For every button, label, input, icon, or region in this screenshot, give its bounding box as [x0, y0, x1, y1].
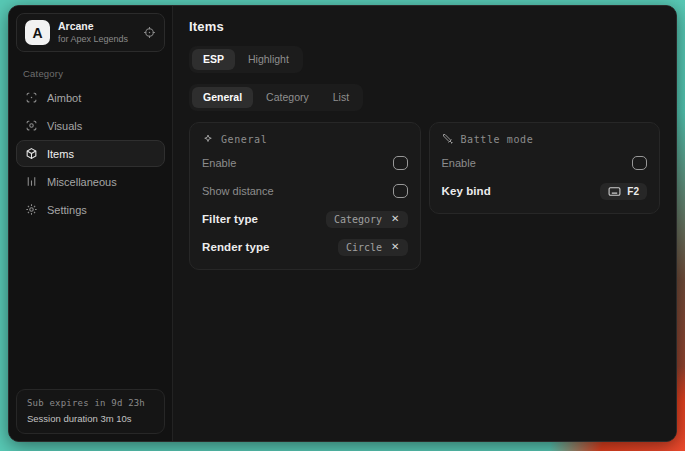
- sidebar-item-visuals[interactable]: Visuals: [16, 112, 165, 139]
- setting-row-enable: Enable: [442, 153, 648, 173]
- subscription-card: Sub expires in 9d 23h Session duration 3…: [16, 389, 165, 434]
- clear-icon[interactable]: ✕: [391, 214, 399, 224]
- sidebar-item-items[interactable]: Items: [16, 140, 165, 167]
- setting-row-render-type: Render type Circle ✕: [202, 237, 408, 257]
- scan-eye-icon: [25, 119, 38, 132]
- app-logo: A: [25, 20, 50, 45]
- columns-icon: [25, 175, 38, 188]
- tab-category[interactable]: Category: [255, 87, 320, 108]
- main-content: Items ESP Highlight General Category Lis…: [173, 6, 676, 441]
- keybind-button[interactable]: F2: [600, 183, 647, 200]
- sword-icon: [442, 133, 454, 145]
- target-icon[interactable]: [143, 26, 156, 39]
- mode-tabbar: ESP Highlight: [189, 46, 303, 73]
- app-subtitle: for Apex Legends: [58, 33, 135, 45]
- show-distance-checkbox[interactable]: [393, 184, 408, 198]
- tab-list[interactable]: List: [322, 87, 360, 108]
- sidebar-item-miscellaneous[interactable]: Miscellaneous: [16, 168, 165, 195]
- tab-highlight[interactable]: Highlight: [237, 49, 300, 70]
- tab-esp[interactable]: ESP: [192, 49, 235, 70]
- sidebar-item-label: Aimbot: [47, 92, 81, 104]
- panel-title: Battle mode: [461, 134, 534, 145]
- sidebar-item-label: Visuals: [47, 120, 82, 132]
- setting-row-show-distance: Show distance: [202, 181, 408, 201]
- filter-type-select[interactable]: Category ✕: [326, 211, 408, 228]
- setting-row-enable: Enable: [202, 153, 408, 173]
- keybind-value: F2: [627, 186, 639, 197]
- render-type-select[interactable]: Circle ✕: [338, 239, 408, 256]
- panels-row: General Enable Show distance Filter type…: [189, 122, 660, 270]
- sidebar-nav: Aimbot Visuals Items: [16, 84, 165, 223]
- sidebar-item-aimbot[interactable]: Aimbot: [16, 84, 165, 111]
- sidebar: A Arcane for Apex Legends Category: [9, 6, 173, 441]
- crosshair-icon: [25, 91, 38, 104]
- package-icon: [25, 147, 38, 160]
- enable-checkbox[interactable]: [393, 156, 408, 170]
- battle-mode-panel: Battle mode Enable Key bind: [429, 122, 661, 214]
- brand-card: A Arcane for Apex Legends: [16, 13, 165, 52]
- sparkle-icon: [202, 133, 214, 145]
- keyboard-icon: [608, 186, 621, 197]
- view-tabbar: General Category List: [189, 84, 363, 111]
- battle-enable-checkbox[interactable]: [632, 156, 647, 170]
- sidebar-item-label: Settings: [47, 204, 87, 216]
- sub-expires-text: Sub expires in 9d 23h: [27, 397, 154, 410]
- app-window: A Arcane for Apex Legends Category: [8, 5, 677, 442]
- setting-row-filter-type: Filter type Category ✕: [202, 209, 408, 229]
- gear-icon: [25, 203, 38, 216]
- panel-title: General: [221, 134, 267, 145]
- tab-general[interactable]: General: [192, 87, 253, 108]
- sidebar-item-label: Miscellaneous: [47, 176, 117, 188]
- setting-row-key-bind: Key bind F2: [442, 181, 648, 201]
- clear-icon[interactable]: ✕: [391, 242, 399, 252]
- page-title: Items: [189, 19, 660, 34]
- session-duration-text: Session duration 3m 10s: [27, 412, 154, 425]
- sidebar-item-label: Items: [47, 148, 74, 160]
- sidebar-section-label: Category: [23, 68, 165, 79]
- general-panel: General Enable Show distance Filter type…: [189, 122, 421, 270]
- sidebar-item-settings[interactable]: Settings: [16, 196, 165, 223]
- app-name: Arcane: [58, 20, 135, 33]
